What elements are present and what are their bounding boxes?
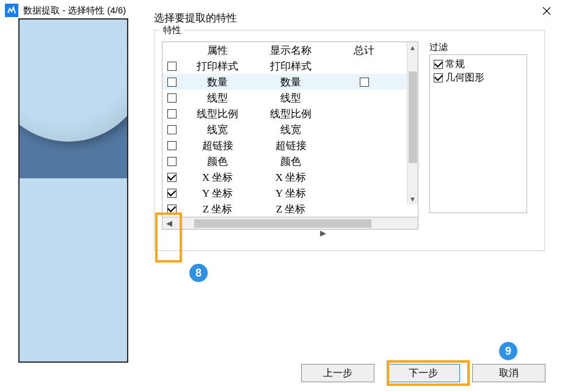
row-attr: 超链接 bbox=[181, 139, 254, 153]
row-attr: 数量 bbox=[181, 75, 254, 89]
table-row[interactable]: 线型 线型 bbox=[162, 90, 418, 106]
table-row[interactable]: 数量 数量 bbox=[162, 74, 418, 90]
table-row[interactable]: Z 坐标 Z 坐标 bbox=[162, 201, 418, 217]
filter-item-label: 几何图形 bbox=[445, 71, 484, 84]
row-display: 线宽 bbox=[254, 123, 327, 137]
header-attr: 属性 bbox=[181, 43, 254, 57]
row-display: 超链接 bbox=[254, 139, 327, 153]
row-display: 线型比例 bbox=[254, 107, 327, 121]
row-checkbox[interactable] bbox=[167, 109, 177, 118]
header-total: 总计 bbox=[327, 43, 401, 57]
row-checkbox[interactable] bbox=[167, 157, 177, 166]
annotation-badge-8: 8 bbox=[189, 264, 208, 282]
properties-group-label: 特性 bbox=[161, 24, 184, 36]
table-row[interactable]: X 坐标 X 坐标 bbox=[162, 169, 418, 185]
row-attr: Z 坐标 bbox=[181, 202, 254, 216]
row-display: 线型 bbox=[254, 91, 327, 105]
annotation-badge-9: 9 bbox=[499, 342, 517, 360]
total-checkbox[interactable] bbox=[360, 78, 369, 87]
scroll-right-icon[interactable]: ▶ bbox=[316, 228, 330, 238]
row-display: Z 坐标 bbox=[254, 202, 327, 216]
horizontal-scroll-thumb[interactable] bbox=[194, 219, 371, 228]
row-display: 数量 bbox=[254, 75, 327, 89]
row-display: Y 坐标 bbox=[254, 186, 327, 200]
table-header-row: 属性 显示名称 总计 bbox=[162, 42, 418, 58]
filter-checkbox[interactable] bbox=[434, 73, 443, 82]
row-checkbox[interactable] bbox=[167, 62, 177, 71]
filter-listbox[interactable]: 常规 几何图形 bbox=[429, 54, 527, 213]
right-panel: 选择要提取的特性 特性 属性 显示名称 总计 打印样式 打印样式 bbox=[154, 11, 545, 251]
filter-label: 过滤 bbox=[429, 42, 537, 53]
instruction-text: 选择要提取的特性 bbox=[154, 11, 545, 25]
vertical-scrollbar[interactable]: ▲ ▼ bbox=[407, 42, 418, 205]
row-checkbox[interactable] bbox=[167, 78, 177, 87]
filter-item-label: 常规 bbox=[445, 58, 465, 71]
prev-button[interactable]: 上一步 bbox=[301, 364, 374, 382]
row-checkbox[interactable] bbox=[167, 125, 177, 134]
horizontal-scroll-track[interactable] bbox=[176, 217, 418, 229]
table-row[interactable]: 超链接 超链接 bbox=[162, 137, 418, 153]
row-display: 打印样式 bbox=[254, 59, 327, 73]
row-attr: Y 坐标 bbox=[181, 186, 254, 200]
properties-groupbox: 特性 属性 显示名称 总计 打印样式 打印样式 bbox=[154, 30, 545, 251]
row-attr: X 坐标 bbox=[181, 170, 254, 184]
next-button[interactable]: 下一步 bbox=[387, 364, 460, 382]
window-title: 数据提取 - 选择特性 (4/6) bbox=[23, 5, 126, 16]
preview-pane bbox=[18, 18, 128, 363]
row-display: 颜色 bbox=[254, 154, 327, 169]
header-display: 显示名称 bbox=[254, 43, 327, 57]
scroll-down-icon[interactable]: ▼ bbox=[407, 194, 418, 205]
row-checkbox[interactable] bbox=[167, 93, 177, 103]
row-display: X 坐标 bbox=[254, 170, 327, 184]
row-attr: 线型比例 bbox=[181, 107, 254, 121]
horizontal-scrollbar[interactable]: ◀ ▶ bbox=[162, 217, 418, 230]
row-attr: 线型 bbox=[181, 91, 254, 105]
row-attr: 颜色 bbox=[181, 154, 254, 169]
table-row[interactable]: 颜色 颜色 bbox=[162, 153, 418, 169]
table-row[interactable]: 打印样式 打印样式 bbox=[162, 58, 418, 74]
row-checkbox[interactable] bbox=[167, 205, 177, 214]
properties-table-wrap: 属性 显示名称 总计 打印样式 打印样式 数量 数量 bbox=[162, 42, 418, 230]
row-checkbox[interactable] bbox=[167, 189, 177, 198]
filter-item[interactable]: 常规 bbox=[434, 57, 523, 71]
scroll-up-icon[interactable]: ▲ bbox=[407, 42, 418, 53]
row-checkbox[interactable] bbox=[167, 173, 177, 182]
row-attr: 打印样式 bbox=[181, 59, 254, 73]
button-row: 上一步 下一步 取消 bbox=[301, 364, 545, 382]
row-attr: 线宽 bbox=[181, 123, 254, 137]
properties-table[interactable]: 属性 显示名称 总计 打印样式 打印样式 数量 数量 bbox=[162, 42, 418, 217]
app-icon bbox=[5, 4, 18, 17]
table-row[interactable]: 线型比例 线型比例 bbox=[162, 106, 418, 122]
table-row[interactable]: 线宽 线宽 bbox=[162, 122, 418, 137]
scroll-left-icon[interactable]: ◀ bbox=[162, 219, 176, 228]
filter-panel: 过滤 常规 几何图形 bbox=[429, 42, 537, 230]
table-row[interactable]: Y 坐标 Y 坐标 bbox=[162, 185, 418, 201]
filter-item[interactable]: 几何图形 bbox=[434, 71, 523, 84]
filter-checkbox[interactable] bbox=[434, 60, 443, 69]
preview-fold-curl bbox=[18, 18, 128, 142]
row-checkbox[interactable] bbox=[167, 141, 177, 150]
vertical-scroll-thumb[interactable] bbox=[409, 71, 417, 163]
cancel-button[interactable]: 取消 bbox=[472, 364, 545, 382]
